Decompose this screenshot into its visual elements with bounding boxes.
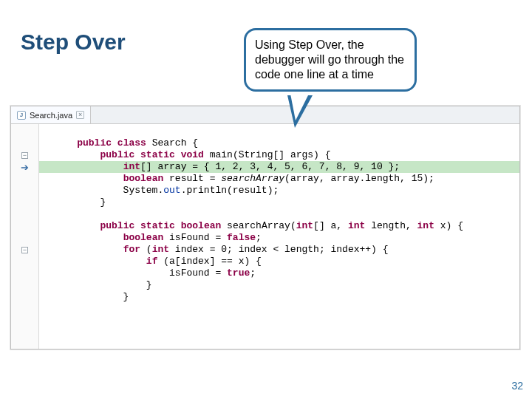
tab-filename: Search.java [30,111,72,120]
editor-gutter: −➔− [11,124,39,349]
code-line: for (int index = 0; index < length; inde… [39,244,519,256]
code-line: int[] array = { 1, 2, 3, 4, 5, 6, 7, 8, … [39,161,519,173]
page-number: 32 [511,380,523,392]
close-icon[interactable]: × [76,111,84,119]
code-line: public class Search { [39,137,519,149]
code-line: } [39,197,519,208]
fold-icon[interactable]: − [11,149,38,161]
code-line: public static void main(String[] args) { [39,149,519,161]
code-line [39,208,519,220]
code-line: System.out.println(result); [39,185,519,197]
code-line: } [39,291,519,303]
java-file-icon: J [17,111,26,120]
fold-icon[interactable]: − [11,244,38,256]
code-line: if (a[index] == x) { [39,256,519,267]
editor-tab[interactable]: J Search.java × [11,106,91,123]
code-line: boolean result = searchArray(array, arra… [39,173,519,185]
code-content: public class Search { public static void… [39,124,519,349]
code-area: −➔− public class Search { public static … [11,124,519,349]
code-editor: J Search.java × −➔− public class Search … [10,106,520,349]
code-line: } [39,279,519,291]
callout-bubble: Using Step Over, the debugger will go th… [244,28,417,92]
editor-tabbar: J Search.java × [11,106,519,124]
execution-pointer-icon: ➔ [11,161,38,173]
code-line [39,126,519,137]
code-line: isFound = true; [39,267,519,279]
code-line: public static boolean searchArray(int[] … [39,220,519,232]
slide-title: Step Over [21,30,126,55]
code-line: boolean isFound = false; [39,232,519,244]
